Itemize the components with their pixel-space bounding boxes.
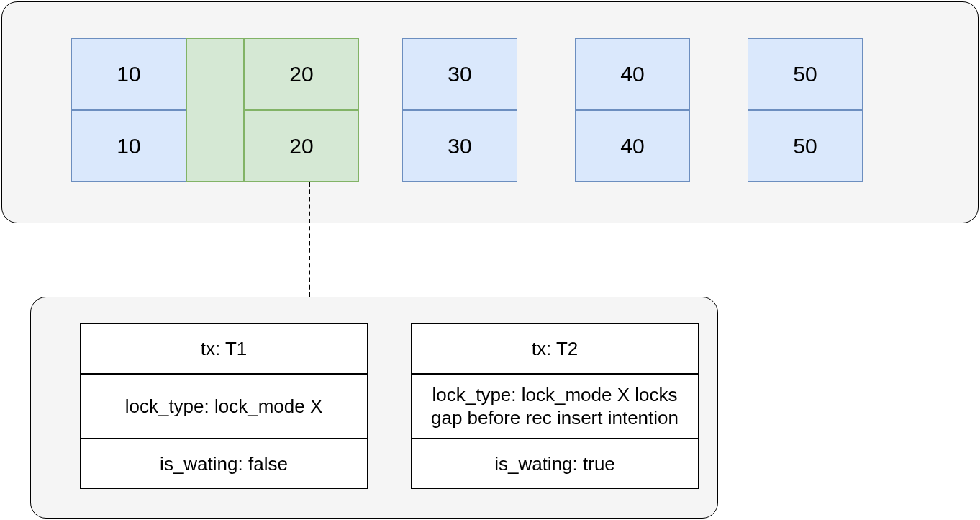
- record-cell-40-bottom: 40: [575, 110, 690, 182]
- record-value: 50: [793, 134, 817, 158]
- record-cell-10-bottom: 10: [71, 110, 186, 182]
- record-value: 40: [620, 134, 644, 158]
- lock-tx-label: tx: T1: [201, 337, 248, 361]
- lock-waiting-label: is_wating: true: [494, 452, 615, 476]
- record-cell-10-top: 10: [71, 38, 186, 110]
- record-cell-20-bottom: 20: [244, 110, 359, 182]
- record-value: 40: [620, 62, 644, 86]
- record-value: 50: [793, 62, 817, 86]
- record-cell-20-top: 20: [244, 38, 359, 110]
- record-value: 10: [117, 134, 140, 158]
- index-records-container: 10 10 20 20 30 30 40 40 50 50: [1, 1, 979, 223]
- lock-t2-waiting: is_wating: true: [411, 439, 699, 489]
- record-cell-40-top: 40: [575, 38, 690, 110]
- record-value: 20: [289, 62, 313, 86]
- connector-dashed-line: [309, 182, 310, 297]
- locks-container: tx: T1 lock_type: lock_mode X is_wating:…: [30, 297, 718, 519]
- record-cell-50-top: 50: [748, 38, 863, 110]
- record-value: 30: [448, 62, 471, 86]
- lock-t2-tx: tx: T2: [411, 323, 699, 374]
- lock-type-label: lock_type: lock_mode X locks gap before …: [416, 383, 694, 430]
- record-value: 30: [448, 134, 471, 158]
- record-value: 20: [289, 134, 313, 158]
- lock-type-label: lock_type: lock_mode X: [125, 395, 323, 418]
- lock-t2-type: lock_type: lock_mode X locks gap before …: [411, 374, 699, 439]
- record-cell-50-bottom: 50: [748, 110, 863, 182]
- lock-tx-label: tx: T2: [532, 337, 579, 361]
- lock-t1-type: lock_type: lock_mode X: [80, 374, 368, 439]
- lock-waiting-label: is_wating: false: [160, 452, 288, 476]
- lock-t1-tx: tx: T1: [80, 323, 368, 374]
- lock-t1-waiting: is_wating: false: [80, 439, 368, 489]
- record-cell-30-bottom: 30: [402, 110, 517, 182]
- record-cell-30-top: 30: [402, 38, 517, 110]
- gap-lock-region: [186, 38, 244, 182]
- record-value: 10: [117, 62, 140, 86]
